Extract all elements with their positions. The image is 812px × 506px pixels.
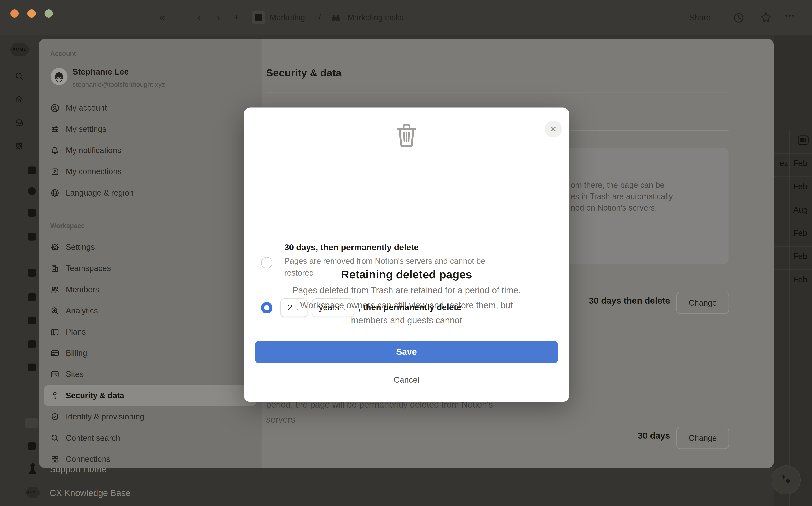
account-section-header: Account — [50, 50, 76, 58]
sidebar-item-identity-provisioning[interactable]: Identity & provisioning — [44, 407, 256, 427]
table-cell-date-fragment: Feb — [793, 229, 807, 238]
sidebar-item-analytics[interactable]: Analytics — [44, 301, 256, 321]
retention-value: 2 — [287, 303, 292, 312]
feather-icon[interactable] — [28, 442, 36, 450]
box-icon[interactable] — [28, 209, 36, 217]
cancel-button[interactable]: Cancel — [244, 375, 569, 385]
window-close-button[interactable] — [10, 9, 19, 17]
sidebar-item-connections[interactable]: Connections — [44, 449, 256, 468]
clock-icon[interactable] — [733, 12, 745, 26]
sidebar-item-teamspaces[interactable]: Teamspaces — [44, 258, 256, 279]
table-row: Feb — [774, 269, 812, 293]
table-cell-name-fragment: ez — [780, 159, 788, 168]
corner-arrow-icon[interactable] — [28, 167, 36, 174]
user-name: Stephanie Lee — [73, 67, 129, 76]
plant-icon[interactable] — [28, 269, 36, 277]
globe-icon — [50, 188, 62, 197]
divider — [266, 92, 729, 92]
sidebar-item-my-notifications[interactable]: My notifications — [44, 140, 256, 161]
change-button[interactable]: Change — [676, 291, 729, 314]
table-cell-date-fragment: Feb — [793, 275, 807, 284]
sidebar-collapse-icon[interactable]: « — [159, 12, 165, 22]
sidebar-item-my-settings[interactable]: My settings — [44, 119, 256, 140]
page-title: Security & data — [266, 67, 342, 79]
retention-unit: years — [319, 303, 339, 312]
home-icon[interactable] — [15, 95, 24, 106]
guitar-icon[interactable] — [28, 364, 36, 371]
settings-sidebar: Account Stephanie Lee stephanie@toolsfor… — [39, 39, 262, 468]
option-label[interactable]: 30 days, then permanently delete — [284, 243, 419, 253]
retention-modal: ✕ Retaining deleted pages Pages deleted … — [244, 107, 569, 402]
retention-unit-select[interactable]: years⌄ — [312, 299, 354, 317]
sidebar-item-label: My notifications — [66, 146, 121, 155]
projector-icon[interactable] — [28, 340, 36, 348]
sidebar-item-language-region[interactable]: Language & region — [44, 182, 256, 203]
radio-30-days[interactable] — [261, 257, 272, 268]
table-header-row — [774, 130, 812, 154]
close-icon[interactable]: ✕ — [545, 120, 562, 138]
change-button[interactable]: Change — [676, 427, 729, 449]
key-icon — [50, 391, 62, 400]
user-email: stephanie@toolsforthought.xyz — [73, 81, 165, 88]
search-icon[interactable] — [15, 71, 24, 83]
sidebar-item-label: Identity & provisioning — [66, 412, 144, 422]
table-row: ezFeb — [774, 153, 812, 177]
table-row: Feb — [774, 176, 812, 200]
avatar — [50, 68, 68, 87]
sidebar-item-label: Analytics — [66, 306, 98, 316]
sidebar-item-cx-knowledge-base[interactable]: CX Knowledge Base — [50, 488, 130, 499]
workspace-logo[interactable]: ACME — [9, 43, 30, 56]
star-icon[interactable] — [760, 11, 772, 26]
sidebar-item-security-data[interactable]: Security & data — [44, 385, 256, 406]
new-page-icon[interactable]: + — [233, 12, 239, 22]
crate-icon[interactable] — [28, 233, 36, 241]
browser-cursor-icon — [50, 370, 62, 379]
sidebar-item-content-search[interactable]: Content search — [44, 428, 256, 448]
page-footer-line: servers — [266, 415, 295, 425]
sidebar-item-sites[interactable]: Sites — [44, 364, 256, 385]
people-badge-icon[interactable] — [25, 418, 39, 428]
sliders-icon — [50, 124, 62, 134]
share-button[interactable]: Share — [689, 13, 711, 22]
workspace-section-header: Workspace — [50, 222, 85, 230]
save-button[interactable]: Save — [255, 341, 558, 363]
sidebar-item-billing[interactable]: Billing — [44, 343, 256, 364]
knowledge-base-icon: ACME — [25, 487, 41, 498]
teamspace-icon[interactable] — [252, 11, 265, 24]
sidebar-item-label: Security & data — [66, 391, 124, 400]
setting-value: 30 days — [573, 431, 670, 441]
info-text-line: ned on Notion's servers. — [571, 203, 657, 213]
carousel-icon[interactable] — [28, 293, 36, 301]
radio-custom-period[interactable] — [261, 302, 272, 313]
sidebar-item-my-account[interactable]: My account — [44, 98, 256, 118]
sidebar-item-members[interactable]: Members — [44, 279, 256, 300]
forward-icon[interactable]: › — [217, 12, 220, 22]
table-cell-date-fragment: Feb — [793, 182, 807, 191]
more-options-icon[interactable]: ••• — [785, 11, 795, 20]
gear-icon[interactable] — [15, 141, 24, 153]
card-box-icon[interactable] — [28, 317, 36, 324]
sidebar-item-plans[interactable]: Plans — [44, 322, 256, 342]
sidebar-item-label: My settings — [66, 124, 107, 134]
eight-ball-icon[interactable] — [28, 187, 36, 195]
people-icon — [50, 285, 62, 294]
option-description-line: Pages are removed from Notion's servers … — [284, 257, 485, 266]
sidebar-item-label: Content search — [66, 433, 120, 443]
ai-sparkle-button[interactable] — [771, 466, 801, 494]
window-minimize-button[interactable] — [27, 9, 36, 17]
calendar-icon — [797, 135, 809, 147]
back-icon[interactable]: ‹ — [197, 12, 200, 22]
breadcrumb-team[interactable]: Marketing — [270, 13, 305, 22]
magnifier-icon — [50, 433, 62, 443]
inbox-icon[interactable] — [15, 118, 24, 129]
sidebar-item-my-connections[interactable]: My connections — [44, 161, 256, 182]
building-icon — [50, 264, 62, 273]
window-zoom-button[interactable] — [45, 9, 53, 17]
sidebar-item-label: Settings — [66, 243, 95, 252]
window-titlebar: « ‹ › + Marketing / Marketing tasks Shar… — [0, 0, 812, 35]
retention-value-select[interactable]: 2⌄ — [280, 299, 308, 317]
breadcrumb-page[interactable]: Marketing tasks — [347, 13, 404, 22]
table-cell-date-fragment: Feb — [793, 159, 807, 168]
chevron-down-icon: ⌄ — [341, 304, 348, 311]
sidebar-item-settings[interactable]: Settings — [44, 237, 256, 258]
